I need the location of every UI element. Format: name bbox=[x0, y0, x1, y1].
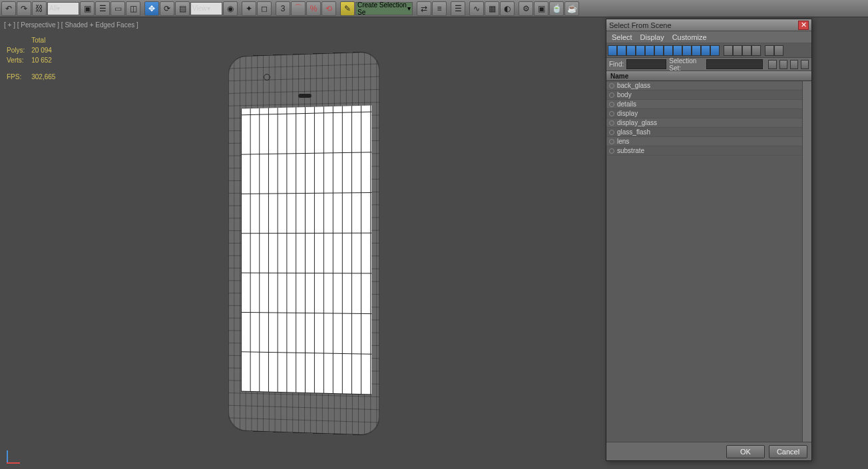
node-icon bbox=[609, 92, 614, 98]
filter-light-icon[interactable] bbox=[626, 45, 636, 56]
menu-customize[interactable]: Customize bbox=[672, 33, 707, 41]
list-item[interactable]: display bbox=[606, 109, 811, 118]
filter-geom-icon[interactable] bbox=[608, 45, 617, 56]
curve-editor-icon[interactable]: ∿ bbox=[469, 1, 484, 16]
filter-bone-icon[interactable] bbox=[682, 45, 692, 56]
list-item[interactable]: lens bbox=[606, 137, 811, 146]
filter-group-icon[interactable] bbox=[664, 45, 673, 56]
display-all-icon[interactable] bbox=[724, 45, 733, 56]
node-icon bbox=[609, 111, 614, 116]
scale-icon[interactable]: ▤ bbox=[175, 1, 190, 16]
close-icon[interactable]: ✕ bbox=[798, 21, 809, 30]
link-icon[interactable]: ⛓ bbox=[32, 1, 47, 16]
list-item[interactable]: body bbox=[606, 90, 811, 100]
render-setup-icon[interactable]: ⚙ bbox=[519, 1, 533, 16]
menu-display[interactable]: Display bbox=[640, 33, 664, 41]
filter-shape-icon[interactable] bbox=[617, 45, 626, 56]
filter-camera-icon[interactable] bbox=[636, 45, 645, 56]
pivot-icon[interactable]: ◉ bbox=[223, 1, 238, 16]
render-last-icon[interactable]: ☕ bbox=[564, 1, 579, 16]
spinner-snap-icon[interactable]: ⟲ bbox=[322, 1, 336, 16]
select-from-scene-dialog: Select From Scene ✕ Select Display Custo… bbox=[606, 19, 812, 461]
named-sel-dropdown[interactable]: Create Selection Se ▾ bbox=[355, 2, 413, 15]
dialog-titlebar[interactable]: Select From Scene ✕ bbox=[606, 19, 811, 31]
align-icon[interactable]: ≡ bbox=[432, 1, 447, 16]
percent-snap-icon[interactable]: % bbox=[306, 1, 321, 16]
view-by-icon[interactable] bbox=[765, 45, 774, 56]
selset-label: Selection Set: bbox=[669, 57, 704, 72]
snap-3-icon[interactable]: 3 bbox=[276, 1, 290, 16]
selset-dropdown[interactable] bbox=[706, 59, 763, 69]
filter-container-icon[interactable] bbox=[692, 45, 701, 56]
viewport-label[interactable]: [ + ] [ Perspective ] [ Shaded + Edged F… bbox=[4, 21, 138, 29]
node-icon bbox=[609, 102, 614, 107]
list-header[interactable]: Name bbox=[606, 71, 811, 81]
undo-icon[interactable]: ↶ bbox=[1, 1, 16, 16]
keymode-icon[interactable]: ◻ bbox=[257, 1, 272, 16]
list-item[interactable]: display_glass bbox=[606, 118, 811, 128]
schematic-icon[interactable]: ▦ bbox=[485, 1, 499, 16]
dialog-title: Select From Scene bbox=[609, 21, 672, 29]
select-object-icon[interactable]: ▣ bbox=[80, 1, 95, 16]
node-icon bbox=[609, 139, 614, 144]
mirror-icon[interactable]: ⇄ bbox=[417, 1, 431, 16]
ok-button[interactable]: OK bbox=[726, 445, 765, 458]
render-icon[interactable]: 🍵 bbox=[549, 1, 564, 16]
object-list: back_glass body details display display_… bbox=[606, 81, 811, 442]
filter-helper-icon[interactable] bbox=[645, 45, 654, 56]
scrollbar[interactable] bbox=[802, 81, 811, 442]
filter-hidden-icon[interactable] bbox=[710, 45, 720, 56]
rotate-icon[interactable]: ⟳ bbox=[160, 1, 174, 16]
stats-overlay: Total Polys:20 094 Verts:10 652 FPS:302,… bbox=[5, 35, 62, 82]
select-name-icon[interactable]: ☰ bbox=[95, 1, 110, 16]
filter-dropdown[interactable]: All ▾ bbox=[47, 2, 79, 15]
axis-gizmo-icon bbox=[7, 444, 27, 464]
model-phone[interactable] bbox=[226, 54, 379, 433]
render-frame-icon[interactable]: ▣ bbox=[534, 1, 548, 16]
node-icon bbox=[609, 148, 614, 154]
find-input[interactable] bbox=[626, 59, 666, 69]
redo-icon[interactable]: ↷ bbox=[17, 1, 31, 16]
dialog-find-row: Find: Selection Set: bbox=[606, 58, 811, 71]
columns-icon[interactable] bbox=[774, 45, 783, 56]
dialog-toolbar bbox=[606, 43, 811, 58]
manip-icon[interactable]: ✦ bbox=[242, 1, 256, 16]
move-icon[interactable]: ✥ bbox=[144, 1, 159, 16]
node-icon bbox=[609, 83, 614, 88]
node-icon bbox=[609, 130, 614, 135]
rect-select-icon[interactable]: ▭ bbox=[110, 1, 125, 16]
refcoord-dropdown[interactable]: View ▾ bbox=[190, 2, 222, 15]
filter-frozen-icon[interactable] bbox=[701, 45, 710, 56]
filter-xref-icon[interactable] bbox=[673, 45, 682, 56]
mini-d-icon[interactable] bbox=[801, 60, 809, 69]
dialog-menubar: Select Display Customize bbox=[606, 31, 811, 43]
layers-icon[interactable]: ☰ bbox=[451, 1, 465, 16]
angle-snap-icon[interactable]: ⌒ bbox=[291, 1, 306, 16]
named-sel-edit-icon[interactable]: ✎ bbox=[340, 1, 355, 16]
cancel-button[interactable]: Cancel bbox=[769, 445, 807, 458]
mini-b-icon[interactable] bbox=[779, 60, 787, 69]
display-invert-icon[interactable] bbox=[742, 45, 752, 56]
menu-select[interactable]: Select bbox=[612, 33, 632, 41]
filter-space-icon[interactable] bbox=[654, 45, 664, 56]
display-child-icon[interactable] bbox=[752, 45, 761, 56]
list-item[interactable]: back_glass bbox=[606, 81, 811, 90]
dialog-footer: OK Cancel bbox=[606, 442, 811, 460]
list-item[interactable]: glass_flash bbox=[606, 128, 811, 137]
list-item[interactable]: substrate bbox=[606, 146, 811, 156]
mini-c-icon[interactable] bbox=[790, 60, 798, 69]
list-item[interactable]: details bbox=[606, 100, 811, 109]
material-icon[interactable]: ◐ bbox=[500, 1, 515, 16]
mini-a-icon[interactable] bbox=[768, 60, 776, 69]
main-toolbar: ↶ ↷ ⛓ All ▾ ▣ ☰ ▭ ◫ ✥ ⟳ ▤ View ▾ ◉ ✦ ◻ 3… bbox=[0, 0, 868, 17]
find-label: Find: bbox=[609, 61, 624, 68]
display-none-icon[interactable] bbox=[733, 45, 742, 56]
node-icon bbox=[609, 120, 614, 126]
window-cross-icon[interactable]: ◫ bbox=[126, 1, 140, 16]
